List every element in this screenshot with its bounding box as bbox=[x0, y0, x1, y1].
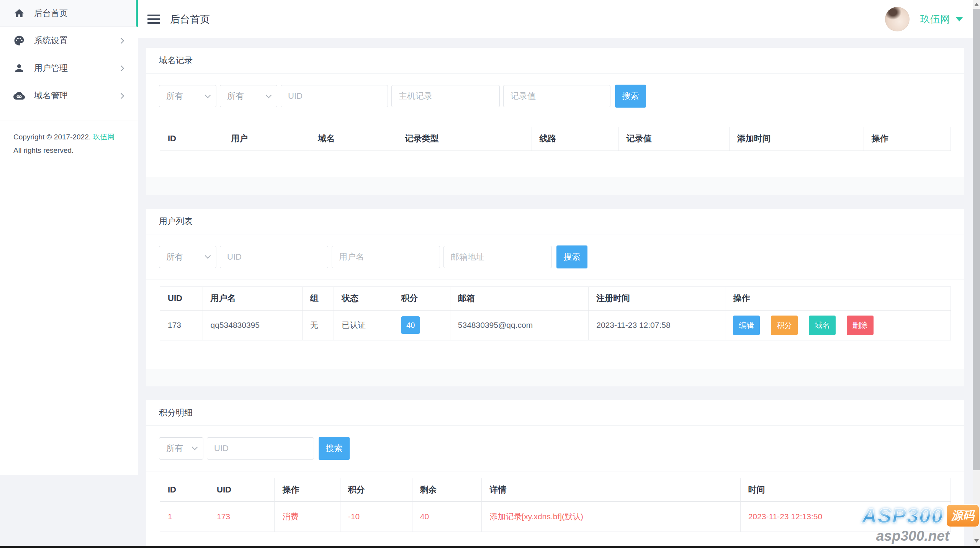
col-time: 时间 bbox=[740, 478, 951, 502]
cell-group: 无 bbox=[302, 310, 334, 340]
admin-dashboard: 后台首页 系统设置 用户管理 域名管理 bbox=[0, 0, 980, 548]
vertical-scrollbar[interactable] bbox=[973, 0, 980, 548]
delete-button[interactable]: 删除 bbox=[847, 316, 874, 335]
page-title: 后台首页 bbox=[170, 13, 210, 26]
col-group: 组 bbox=[302, 286, 334, 310]
cell-email: 534830395@qq.com bbox=[450, 310, 588, 340]
col-reg-time: 注册时间 bbox=[589, 286, 725, 310]
col-uid: UID bbox=[160, 286, 203, 310]
points-badge: 40 bbox=[401, 316, 420, 334]
main-content: 域名记录 所有 所有 搜索 bbox=[138, 38, 973, 548]
search-button[interactable]: 搜索 bbox=[319, 437, 350, 460]
edit-button[interactable]: 编辑 bbox=[733, 316, 760, 335]
sidebar-item-label: 系统设置 bbox=[34, 35, 119, 46]
select-chevron-icon bbox=[205, 253, 211, 259]
chevron-right-icon bbox=[118, 38, 124, 44]
table-row: 1 173 消费 -10 40 添加记录[xy.xdns.bf](默认) 202… bbox=[160, 502, 951, 532]
col-id: ID bbox=[160, 478, 209, 502]
uid-input[interactable] bbox=[281, 85, 388, 107]
col-domain: 域名 bbox=[310, 127, 397, 151]
sidebar-item-system-settings[interactable]: 系统设置 bbox=[0, 27, 138, 54]
copyright-text: Copyright © 2017-2022. bbox=[13, 133, 93, 141]
col-email: 邮箱 bbox=[450, 286, 588, 310]
col-action: 操作 bbox=[275, 478, 340, 502]
table-header-row: UID 用户名 组 状态 积分 邮箱 注册时间 操作 bbox=[160, 286, 951, 310]
col-line: 线路 bbox=[532, 127, 618, 151]
cell-points: -10 bbox=[340, 502, 412, 532]
col-points: 积分 bbox=[340, 478, 412, 502]
copyright: Copyright © 2017-2022. 玖伍网 All rights re… bbox=[0, 121, 138, 157]
chevron-right-icon bbox=[118, 65, 124, 71]
domain-records-filters: 所有 所有 搜索 bbox=[146, 74, 964, 119]
cell-uid: 173 bbox=[209, 502, 275, 532]
host-record-input[interactable] bbox=[391, 85, 500, 107]
filter-select-type[interactable]: 所有 bbox=[159, 437, 203, 460]
cell-points: 40 bbox=[393, 310, 450, 340]
col-user: 用户 bbox=[223, 127, 310, 151]
table-header-row: ID UID 操作 积分 剩余 详情 时间 bbox=[160, 478, 951, 502]
col-detail: 详情 bbox=[482, 478, 740, 502]
cell-status: 已认证 bbox=[334, 310, 393, 340]
cell-action: 消费 bbox=[275, 502, 340, 532]
top-header: 后台首页 玖伍网 bbox=[138, 0, 980, 38]
uid-input[interactable] bbox=[220, 246, 328, 268]
table-row: 173 qq534830395 无 已认证 40 534830395@qq.co… bbox=[160, 310, 951, 340]
search-button[interactable]: 搜索 bbox=[556, 245, 587, 268]
col-actions: 操作 bbox=[725, 286, 951, 310]
user-name: 玖伍网 bbox=[920, 13, 950, 26]
filter-select-group[interactable]: 所有 bbox=[159, 246, 216, 268]
watermark-site: asp300.net bbox=[862, 528, 964, 544]
sidebar-item-label: 后台首页 bbox=[34, 8, 136, 19]
sidebar-item-user-management[interactable]: 用户管理 bbox=[0, 54, 138, 82]
record-value-input[interactable] bbox=[503, 85, 610, 107]
watermark-badge: 源码 bbox=[947, 505, 979, 527]
section-title: 用户列表 bbox=[146, 209, 964, 234]
search-button[interactable]: 搜索 bbox=[615, 85, 646, 108]
username-input[interactable] bbox=[332, 246, 440, 268]
select-chevron-icon bbox=[205, 92, 211, 98]
domain-button[interactable]: 域名 bbox=[809, 316, 836, 335]
sidebar-item-label: 用户管理 bbox=[34, 62, 119, 74]
scrollbar-thumb[interactable] bbox=[973, 9, 980, 470]
user-icon bbox=[13, 62, 25, 74]
col-username: 用户名 bbox=[203, 286, 302, 310]
copyright-brand-link[interactable]: 玖伍网 bbox=[93, 133, 115, 141]
table-header-row: ID 用户 域名 记录类型 线路 记录值 添加时间 操作 bbox=[160, 127, 951, 151]
points-detail-table: ID UID 操作 积分 剩余 详情 时间 1 173 消费 -10 bbox=[146, 471, 964, 548]
sidebar: 后台首页 系统设置 用户管理 域名管理 bbox=[0, 0, 138, 548]
filter-select-type[interactable]: 所有 bbox=[220, 85, 277, 107]
col-points: 积分 bbox=[393, 286, 450, 310]
watermark-brand: ASP300 bbox=[862, 504, 944, 527]
sidebar-item-home[interactable]: 后台首页 bbox=[0, 0, 138, 27]
sidebar-item-domain-management[interactable]: 域名管理 bbox=[0, 82, 138, 110]
scrollbar-up-icon[interactable] bbox=[973, 0, 980, 8]
col-add-time: 添加时间 bbox=[729, 127, 864, 151]
points-detail-filters: 所有 搜索 bbox=[146, 426, 964, 471]
col-actions: 操作 bbox=[864, 127, 951, 151]
filter-select-domain[interactable]: 所有 bbox=[159, 85, 216, 107]
hamburger-menu-icon[interactable] bbox=[147, 12, 160, 26]
user-dropdown[interactable]: 玖伍网 bbox=[885, 7, 963, 31]
domain-records-table: ID 用户 域名 记录类型 线路 记录值 添加时间 操作 bbox=[146, 119, 964, 177]
email-input[interactable] bbox=[443, 246, 552, 268]
points-button[interactable]: 积分 bbox=[771, 316, 798, 335]
col-remaining: 剩余 bbox=[412, 478, 482, 502]
copyright-rights: All rights reserved. bbox=[13, 144, 138, 157]
uid-input[interactable] bbox=[207, 437, 314, 460]
cell-remaining: 40 bbox=[412, 502, 482, 532]
cell-uid: 173 bbox=[160, 310, 203, 340]
watermark: ASP300 源码 asp300.net bbox=[862, 504, 979, 544]
card-footer bbox=[146, 369, 964, 386]
chevron-right-icon bbox=[118, 93, 124, 99]
select-chevron-icon bbox=[192, 444, 198, 450]
caret-down-icon bbox=[955, 17, 963, 21]
card-domain-records: 域名记录 所有 所有 搜索 bbox=[146, 48, 964, 195]
col-id: ID bbox=[160, 127, 223, 151]
cell-actions: 编辑 积分 域名 删除 bbox=[725, 310, 951, 340]
cell-detail: 添加记录[xy.xdns.bf](默认) bbox=[482, 502, 740, 532]
card-footer bbox=[146, 177, 964, 195]
avatar[interactable] bbox=[885, 7, 910, 31]
card-points-detail: 积分明细 所有 搜索 ID UID 操 bbox=[146, 400, 964, 548]
cell-username: qq534830395 bbox=[203, 310, 302, 340]
section-title: 域名记录 bbox=[146, 48, 964, 74]
